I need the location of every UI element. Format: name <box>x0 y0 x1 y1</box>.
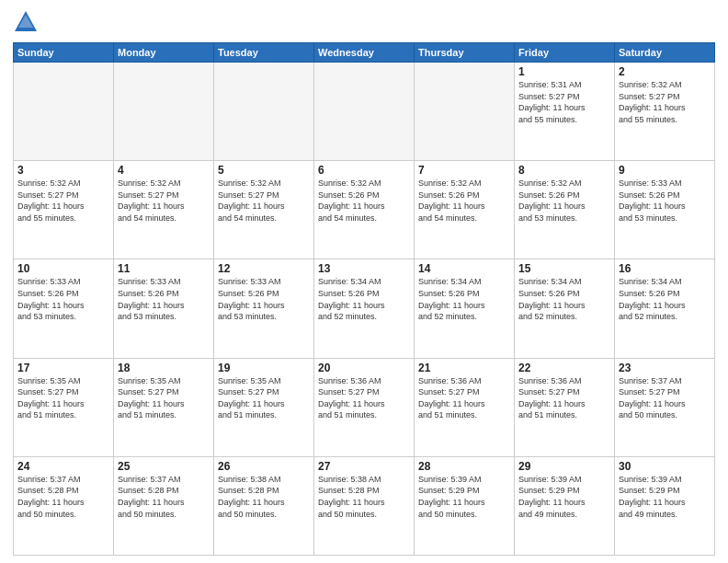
header <box>13 9 715 35</box>
day-number: 8 <box>518 164 610 177</box>
day-number: 16 <box>619 262 711 275</box>
calendar-cell: 16Sunrise: 5:34 AM Sunset: 5:26 PM Dayli… <box>615 259 715 358</box>
day-number: 19 <box>218 362 310 374</box>
day-info: Sunrise: 5:33 AM Sunset: 5:26 PM Dayligh… <box>619 178 711 224</box>
day-number: 27 <box>318 460 410 473</box>
day-number: 17 <box>17 362 109 374</box>
week-row-4: 17Sunrise: 5:35 AM Sunset: 5:27 PM Dayli… <box>14 358 715 456</box>
day-number: 6 <box>318 164 410 177</box>
day-number: 22 <box>518 362 610 374</box>
calendar-cell: 13Sunrise: 5:34 AM Sunset: 5:26 PM Dayli… <box>314 259 415 358</box>
calendar-cell: 4Sunrise: 5:32 AM Sunset: 5:27 PM Daylig… <box>114 161 214 259</box>
weekday-header-monday: Monday <box>114 43 214 63</box>
day-number: 5 <box>218 164 310 177</box>
day-info: Sunrise: 5:32 AM Sunset: 5:26 PM Dayligh… <box>518 178 610 224</box>
page: SundayMondayTuesdayWednesdayThursdayFrid… <box>0 0 728 563</box>
day-info: Sunrise: 5:32 AM Sunset: 5:27 PM Dayligh… <box>17 178 109 224</box>
calendar-cell <box>314 63 415 161</box>
day-number: 4 <box>118 164 210 177</box>
day-info: Sunrise: 5:32 AM Sunset: 5:27 PM Dayligh… <box>118 178 210 224</box>
calendar-table: SundayMondayTuesdayWednesdayThursdayFrid… <box>13 42 715 556</box>
day-info: Sunrise: 5:38 AM Sunset: 5:28 PM Dayligh… <box>218 474 310 520</box>
day-info: Sunrise: 5:39 AM Sunset: 5:29 PM Dayligh… <box>518 474 610 520</box>
weekday-header-tuesday: Tuesday <box>214 43 314 63</box>
day-number: 21 <box>418 362 510 374</box>
day-info: Sunrise: 5:37 AM Sunset: 5:28 PM Dayligh… <box>17 474 109 520</box>
calendar-cell <box>14 63 114 161</box>
day-number: 2 <box>619 65 711 78</box>
calendar-cell <box>114 63 214 161</box>
day-number: 15 <box>518 262 610 275</box>
calendar-cell: 8Sunrise: 5:32 AM Sunset: 5:26 PM Daylig… <box>515 161 615 259</box>
weekday-header-thursday: Thursday <box>415 43 515 63</box>
day-info: Sunrise: 5:31 AM Sunset: 5:27 PM Dayligh… <box>518 79 610 125</box>
day-info: Sunrise: 5:36 AM Sunset: 5:27 PM Dayligh… <box>418 375 510 421</box>
weekday-header-row: SundayMondayTuesdayWednesdayThursdayFrid… <box>14 43 715 63</box>
week-row-2: 3Sunrise: 5:32 AM Sunset: 5:27 PM Daylig… <box>14 161 715 259</box>
day-info: Sunrise: 5:32 AM Sunset: 5:27 PM Dayligh… <box>619 79 711 125</box>
day-number: 13 <box>318 262 410 275</box>
calendar-cell: 15Sunrise: 5:34 AM Sunset: 5:26 PM Dayli… <box>515 259 615 358</box>
day-number: 10 <box>17 262 109 275</box>
calendar-cell: 24Sunrise: 5:37 AM Sunset: 5:28 PM Dayli… <box>14 456 114 555</box>
day-info: Sunrise: 5:34 AM Sunset: 5:26 PM Dayligh… <box>619 276 711 322</box>
calendar-cell <box>214 63 314 161</box>
day-info: Sunrise: 5:34 AM Sunset: 5:26 PM Dayligh… <box>418 276 510 322</box>
day-info: Sunrise: 5:32 AM Sunset: 5:26 PM Dayligh… <box>418 178 510 224</box>
week-row-5: 24Sunrise: 5:37 AM Sunset: 5:28 PM Dayli… <box>14 456 715 555</box>
logo <box>13 9 40 35</box>
day-info: Sunrise: 5:35 AM Sunset: 5:27 PM Dayligh… <box>118 375 210 421</box>
calendar-cell: 21Sunrise: 5:36 AM Sunset: 5:27 PM Dayli… <box>415 358 515 456</box>
day-number: 12 <box>218 262 310 275</box>
week-row-3: 10Sunrise: 5:33 AM Sunset: 5:26 PM Dayli… <box>14 259 715 358</box>
calendar-cell: 6Sunrise: 5:32 AM Sunset: 5:26 PM Daylig… <box>314 161 415 259</box>
day-info: Sunrise: 5:35 AM Sunset: 5:27 PM Dayligh… <box>218 375 310 421</box>
day-info: Sunrise: 5:34 AM Sunset: 5:26 PM Dayligh… <box>518 276 610 322</box>
calendar-cell: 25Sunrise: 5:37 AM Sunset: 5:28 PM Dayli… <box>114 456 214 555</box>
day-number: 25 <box>118 460 210 473</box>
calendar-cell: 19Sunrise: 5:35 AM Sunset: 5:27 PM Dayli… <box>214 358 314 456</box>
calendar-cell: 10Sunrise: 5:33 AM Sunset: 5:26 PM Dayli… <box>14 259 114 358</box>
day-number: 11 <box>118 262 210 275</box>
day-number: 24 <box>17 460 109 473</box>
calendar-cell: 9Sunrise: 5:33 AM Sunset: 5:26 PM Daylig… <box>615 161 715 259</box>
weekday-header-sunday: Sunday <box>14 43 114 63</box>
day-info: Sunrise: 5:36 AM Sunset: 5:27 PM Dayligh… <box>318 375 410 421</box>
calendar-cell: 11Sunrise: 5:33 AM Sunset: 5:26 PM Dayli… <box>114 259 214 358</box>
calendar-cell: 5Sunrise: 5:32 AM Sunset: 5:27 PM Daylig… <box>214 161 314 259</box>
calendar-cell: 2Sunrise: 5:32 AM Sunset: 5:27 PM Daylig… <box>615 63 715 161</box>
calendar-cell: 7Sunrise: 5:32 AM Sunset: 5:26 PM Daylig… <box>415 161 515 259</box>
day-number: 7 <box>418 164 510 177</box>
day-number: 18 <box>118 362 210 374</box>
calendar-cell: 28Sunrise: 5:39 AM Sunset: 5:29 PM Dayli… <box>415 456 515 555</box>
day-number: 29 <box>518 460 610 473</box>
calendar-cell: 22Sunrise: 5:36 AM Sunset: 5:27 PM Dayli… <box>515 358 615 456</box>
logo-icon <box>13 9 39 35</box>
day-info: Sunrise: 5:39 AM Sunset: 5:29 PM Dayligh… <box>418 474 510 520</box>
day-info: Sunrise: 5:36 AM Sunset: 5:27 PM Dayligh… <box>518 375 610 421</box>
calendar-cell: 30Sunrise: 5:39 AM Sunset: 5:29 PM Dayli… <box>615 456 715 555</box>
weekday-header-friday: Friday <box>515 43 615 63</box>
day-info: Sunrise: 5:38 AM Sunset: 5:28 PM Dayligh… <box>318 474 410 520</box>
calendar-cell: 23Sunrise: 5:37 AM Sunset: 5:27 PM Dayli… <box>615 358 715 456</box>
day-info: Sunrise: 5:37 AM Sunset: 5:27 PM Dayligh… <box>619 375 711 421</box>
weekday-header-saturday: Saturday <box>615 43 715 63</box>
day-info: Sunrise: 5:34 AM Sunset: 5:26 PM Dayligh… <box>318 276 410 322</box>
day-number: 28 <box>418 460 510 473</box>
calendar-cell: 3Sunrise: 5:32 AM Sunset: 5:27 PM Daylig… <box>14 161 114 259</box>
calendar-cell: 18Sunrise: 5:35 AM Sunset: 5:27 PM Dayli… <box>114 358 214 456</box>
day-info: Sunrise: 5:33 AM Sunset: 5:26 PM Dayligh… <box>118 276 210 322</box>
calendar-cell: 26Sunrise: 5:38 AM Sunset: 5:28 PM Dayli… <box>214 456 314 555</box>
calendar-cell: 20Sunrise: 5:36 AM Sunset: 5:27 PM Dayli… <box>314 358 415 456</box>
calendar-cell: 29Sunrise: 5:39 AM Sunset: 5:29 PM Dayli… <box>515 456 615 555</box>
calendar-cell: 1Sunrise: 5:31 AM Sunset: 5:27 PM Daylig… <box>515 63 615 161</box>
day-number: 3 <box>17 164 109 177</box>
day-info: Sunrise: 5:32 AM Sunset: 5:27 PM Dayligh… <box>218 178 310 224</box>
day-number: 26 <box>218 460 310 473</box>
day-info: Sunrise: 5:33 AM Sunset: 5:26 PM Dayligh… <box>17 276 109 322</box>
weekday-header-wednesday: Wednesday <box>314 43 415 63</box>
calendar-cell: 14Sunrise: 5:34 AM Sunset: 5:26 PM Dayli… <box>415 259 515 358</box>
day-number: 23 <box>619 362 711 374</box>
calendar-cell: 12Sunrise: 5:33 AM Sunset: 5:26 PM Dayli… <box>214 259 314 358</box>
day-number: 14 <box>418 262 510 275</box>
